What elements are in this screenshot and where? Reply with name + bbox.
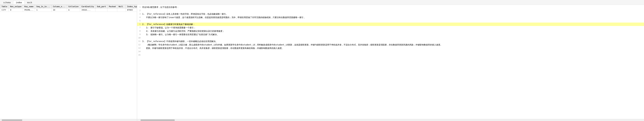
editor-line: 5 (137, 19, 644, 22)
line-content: 1） 索引宁缺毋滥。认为一个查询就需要建一个索引； (142, 26, 644, 29)
line-number: 10 (137, 36, 142, 40)
line-content: 3. 【for_reference】不得使用外键与级联，一切外键概念必须在应用层… (142, 40, 644, 43)
editor-line: 1符合SQL规范要求，以下信息仅供参考： (137, 5, 644, 9)
line-number: 2 (137, 9, 142, 12)
table-cell (117, 8, 126, 12)
line-content: 2. 【for_reference】创建索引时避免如下极端误解： (142, 22, 644, 26)
table-cell: ID (52, 8, 67, 12)
table-cell (108, 8, 117, 12)
table-row[interactable]: CITY0PRIMA...1IDA39565...BTREEYES (0, 8, 137, 12)
line-content: 符合SQL规范要求，以下信息仅供参考： (142, 5, 644, 9)
table-header-cell: Index_type (126, 5, 137, 8)
table-header-row: TableNon_uniqueKey_nameSeq_in_in...Colum… (0, 5, 137, 8)
editor-line: 14 (137, 50, 644, 53)
index-table: TableNon_uniqueKey_nameSeq_in_in...Colum… (0, 5, 137, 12)
table-cell (96, 8, 108, 12)
line-number: 14 (137, 50, 142, 53)
line-number: 9 (137, 33, 142, 36)
line-number: 11 (137, 40, 142, 43)
line-content: （概念解释）学生表中的student_id是主键，那么成绩表中的student_… (142, 43, 644, 46)
bottom-scrollbar-thumb[interactable] (140, 120, 175, 121)
table-header-cell: Key_name (23, 5, 35, 8)
table-cell: 0 (9, 8, 23, 12)
table-cell: 39565... (80, 8, 96, 12)
table-header-cell: Sub_part (96, 5, 108, 8)
editor-line: 15 (137, 53, 644, 57)
table-header-cell: Null (117, 5, 126, 8)
line-number: 15 (137, 53, 142, 57)
left-scrollbar[interactable] (0, 119, 137, 121)
line-number: 5 (137, 19, 142, 22)
tab-bar: schema index mock (0, 0, 644, 5)
line-number: 1 (137, 5, 142, 9)
editor-line: 9 3） 抵制唯一索引。认为唯一索引一律需要在应用层通过"先查后插"方式解决。 (137, 33, 644, 36)
editor-line: 13 更新。外键与级联更新适用于单机低并发，不适合分布式、高并发集群；级联更新是… (137, 46, 644, 50)
line-content: 2） 吝啬索引的创建。认为索引会消耗空间、严重拖慢记录的更新以及行的新增速度； (142, 29, 644, 33)
tab-schema[interactable]: schema (1, 0, 13, 4)
editor-line: 2 (137, 9, 644, 12)
editor-line: 31. 【for_reference】业务上具有唯一性的字段，即便是组合字段，也… (137, 12, 644, 16)
line-content: 不要以为唯一索引影响了insert速度，这个速度损耗可以忽略，但是提高查找速度是… (142, 16, 644, 19)
index-table-container[interactable]: TableNon_uniqueKey_nameSeq_in_in...Colum… (0, 5, 137, 119)
line-number: 13 (137, 46, 142, 50)
right-panel: 1符合SQL规范要求，以下信息仅供参考：231. 【for_reference】… (137, 5, 644, 121)
line-content: 更新。外键与级联更新适用于单机低并发，不适合分布式、高并发集群；级联更新是强阻塞… (142, 46, 644, 50)
left-scrollbar-thumb[interactable] (2, 120, 22, 121)
line-number: 7 (137, 26, 142, 29)
table-header-cell: Collation (67, 5, 80, 8)
table-header-cell: Cardinality (80, 5, 96, 8)
editor-line: 4 不要以为唯一索引影响了insert速度，这个速度损耗可以忽略，但是提高查找速… (137, 16, 644, 19)
editor-line: 8 2） 吝啬索引的创建。认为索引会消耗空间、严重拖慢记录的更新以及行的新增速度… (137, 29, 644, 33)
line-number: 8 (137, 29, 142, 33)
editor-line: 10 (137, 36, 644, 40)
line-content: 1. 【for_reference】业务上具有唯一性的字段，即便是组合字段，也必… (142, 12, 644, 16)
editor-line: 12 （概念解释）学生表中的student_id是主键，那么成绩表中的stude… (137, 43, 644, 46)
editor-line: 62. 【for_reference】创建索引时避免如下极端误解： (137, 22, 644, 26)
line-content: 3） 抵制唯一索引。认为唯一索引一律需要在应用层通过"先查后插"方式解决。 (142, 33, 644, 36)
table-header-cell: Seq_in_in... (35, 5, 52, 8)
table-header-cell: Table (0, 5, 9, 8)
table-cell: BTREE (126, 8, 137, 12)
table-cell: 1 (35, 8, 52, 12)
line-number: 12 (137, 43, 142, 46)
line-number: 6 (137, 22, 142, 26)
table-header-cell: Packed (108, 5, 117, 8)
table-cell: PRIMA... (23, 8, 35, 12)
bottom-scrollbar[interactable] (137, 119, 644, 121)
table-cell: CITY (0, 8, 9, 12)
table-cell: A (67, 8, 80, 12)
tab-mock[interactable]: mock (24, 0, 34, 4)
main-content: TableNon_uniqueKey_nameSeq_in_in...Colum… (0, 5, 644, 121)
editor-line: 113. 【for_reference】不得使用外键与级联，一切外键概念必须在应… (137, 40, 644, 43)
left-panel: TableNon_uniqueKey_nameSeq_in_in...Colum… (0, 5, 137, 121)
editor-content[interactable]: 1符合SQL规范要求，以下信息仅供参考：231. 【for_reference】… (137, 5, 644, 119)
editor-line: 7 1） 索引宁缺毋滥。认为一个查询就需要建一个索引； (137, 26, 644, 29)
line-number: 3 (137, 12, 142, 16)
tab-index[interactable]: index (13, 0, 24, 4)
line-number: 4 (137, 16, 142, 19)
table-header-cell: Non_unique (9, 5, 23, 8)
table-header-cell: Column_n... (52, 5, 67, 8)
